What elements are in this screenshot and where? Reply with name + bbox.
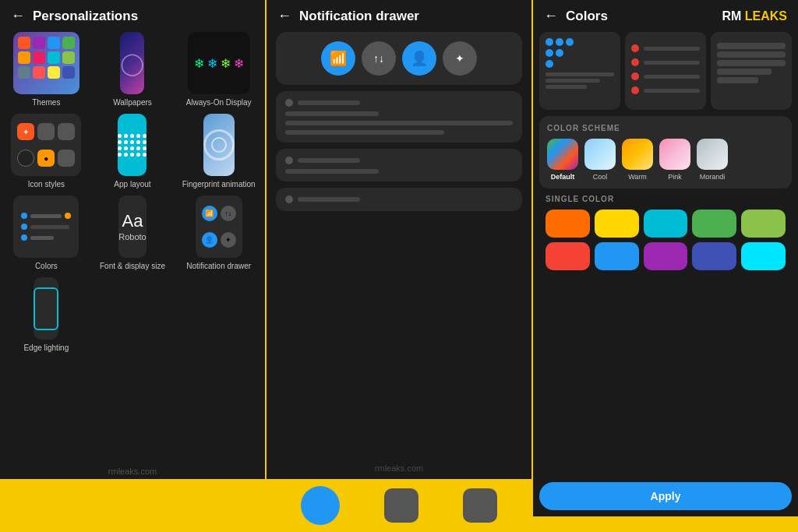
single-color-label: SINGLE COLOR <box>546 195 786 203</box>
personalization-grid-row3: Colors Aa Roboto Font & display size 📶 ↑… <box>6 196 259 271</box>
font-aa-text: Aa <box>122 211 143 231</box>
themes-item[interactable]: Themes <box>6 32 87 107</box>
single-color-grid <box>546 210 786 270</box>
scheme-warm-label: Warm <box>628 173 647 181</box>
signal-toggle-btn[interactable]: ↑↓ <box>362 41 396 76</box>
app-name-line-1 <box>298 100 360 105</box>
icon-styles-item[interactable]: ✦ ● Icon styles <box>6 114 87 189</box>
color-mint[interactable] <box>741 242 786 270</box>
panel3-content: COLOR SCHEME Default Cool Warm Pink <box>533 32 798 482</box>
notification-card-2 <box>276 149 522 181</box>
panel1-header: ← Personalizations <box>0 0 265 32</box>
snowflake-icon: ❄ <box>194 56 204 71</box>
morandi-scheme-thumb <box>697 139 728 170</box>
panel1-content: Themes ◯ Wallpapers ❄ ❄ ❄ ❄ Always-On Di… <box>0 32 265 479</box>
color-scheme-label: COLOR SCHEME <box>547 124 784 132</box>
wifi-icon: 📶 <box>330 50 347 67</box>
color-card-1[interactable] <box>539 32 620 110</box>
red-dot-2 <box>631 58 639 66</box>
color-yellow[interactable] <box>595 210 639 238</box>
aod-label: Always-On Display <box>186 98 252 107</box>
app-name-line-2 <box>298 158 360 163</box>
cool-scheme-thumb <box>584 139 616 170</box>
notif-drawer-item[interactable]: 📶 ↑↓ 👤 ✦ Notification drawer <box>178 196 259 271</box>
color-blue[interactable] <box>595 242 639 270</box>
fingerprint-item[interactable]: Fingerprint animation <box>178 114 259 189</box>
rect-shape-1 <box>384 488 418 523</box>
scheme-default-label: Default <box>551 173 575 181</box>
panel1-watermark: rmleaks.com <box>0 467 265 476</box>
app-dot-1 <box>285 99 293 107</box>
icon-styles-thumb: ✦ ● <box>11 114 81 176</box>
back-button-panel3[interactable]: ← <box>544 8 558 24</box>
wifi-toggle-btn[interactable]: 📶 <box>321 41 355 76</box>
scheme-pink[interactable]: Pink <box>659 139 690 181</box>
panel2-content: 📶 ↑↓ 👤 ✦ <box>267 32 531 479</box>
color-red[interactable] <box>546 242 590 270</box>
panel1-yellow-strip <box>0 479 265 532</box>
snowflake-icon: ❄ <box>234 56 244 71</box>
color-orange[interactable] <box>546 210 590 238</box>
fingerprint-thumb <box>203 114 235 176</box>
app-dot-2 <box>285 157 293 164</box>
person-toggle-icon: 👤 <box>202 232 217 248</box>
aod-thumb: ❄ ❄ ❄ ❄ <box>188 32 250 94</box>
single-color-section: SINGLE COLOR <box>539 195 792 270</box>
notif-title-line-1 <box>285 111 379 116</box>
pink-scheme-thumb <box>659 139 690 170</box>
color-indigo[interactable] <box>692 242 736 270</box>
notification-card-3 <box>276 188 522 211</box>
app-layout-item[interactable]: App layout <box>93 114 173 189</box>
notif-drawer-thumb: 📶 ↑↓ 👤 ✦ <box>196 196 242 258</box>
notif-body-line-1a <box>285 121 513 125</box>
aod-item[interactable]: ❄ ❄ ❄ ❄ Always-On Display <box>178 32 259 107</box>
panel3-yellow-strip <box>533 516 798 532</box>
scheme-options: Default Cool Warm Pink Morandi <box>547 139 784 181</box>
blue-dot-2 <box>556 38 563 46</box>
back-button-panel2[interactable]: ← <box>277 8 291 24</box>
personalization-grid-row1: Themes ◯ Wallpapers ❄ ❄ ❄ ❄ Always-On Di… <box>6 32 259 107</box>
apply-button[interactable]: Apply <box>539 482 792 510</box>
person-toggle-btn[interactable]: 👤 <box>402 41 436 76</box>
notif-drawer-label: Notification drawer <box>186 262 251 271</box>
notification-card-1 <box>276 91 522 143</box>
colors-item[interactable]: Colors <box>6 196 87 271</box>
wallpapers-item[interactable]: ◯ Wallpapers <box>93 32 173 107</box>
color-teal[interactable] <box>644 210 688 238</box>
edge-lighting-item[interactable]: Edge lighting <box>6 277 87 353</box>
panel1-title: Personalizations <box>33 9 138 24</box>
back-button-panel1[interactable]: ← <box>11 8 25 24</box>
edge-lighting-label: Edge lighting <box>23 344 69 353</box>
color-lime[interactable] <box>741 210 786 238</box>
font-display-item[interactable]: Aa Roboto Font & display size <box>93 196 173 271</box>
bluetooth-icon: ✦ <box>455 52 464 65</box>
scheme-default[interactable]: Default <box>547 139 578 181</box>
blue-dot-5 <box>556 49 563 57</box>
panel-colors: ← Colors RM LEAKS <box>531 0 798 532</box>
panel2-header: ← Notification drawer <box>267 0 531 32</box>
panel-personalizations: ← Personalizations <box>0 0 265 532</box>
warm-scheme-thumb <box>622 139 653 170</box>
scheme-morandi[interactable]: Morandi <box>697 139 728 181</box>
app-layout-label: App layout <box>114 180 150 189</box>
rect-shape-2 <box>463 488 497 523</box>
themes-thumb <box>13 32 79 94</box>
color-card-2[interactable] <box>625 32 706 110</box>
snowflake-icon: ❄ <box>207 56 217 71</box>
snowflake-icon: ❄ <box>221 56 231 71</box>
bluetooth-toggle-btn[interactable]: ✦ <box>443 41 477 76</box>
app-layout-thumb <box>118 114 147 176</box>
phone-outline-icon <box>34 287 58 330</box>
wallpapers-label: Wallpapers <box>113 98 152 107</box>
scheme-warm[interactable]: Warm <box>622 139 653 181</box>
colors-label: Colors <box>35 262 58 271</box>
person-icon: 👤 <box>411 50 428 67</box>
color-green[interactable] <box>692 210 736 238</box>
red-dot-3 <box>631 72 639 80</box>
panel3-title: Colors <box>566 9 608 24</box>
scheme-cool[interactable]: Cool <box>584 139 616 181</box>
panel3-header: ← Colors RM LEAKS <box>533 0 798 32</box>
color-card-3[interactable] <box>711 32 792 110</box>
default-scheme-thumb <box>547 139 578 170</box>
color-purple[interactable] <box>644 242 688 270</box>
